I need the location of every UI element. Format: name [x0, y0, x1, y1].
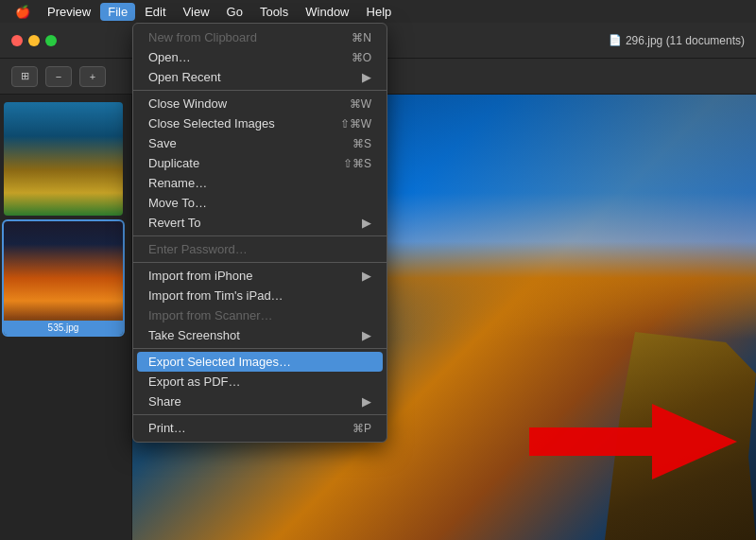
menu-export-selected-images-label: Export Selected Images… — [148, 355, 291, 369]
view-toggle-icon: ⊞ — [21, 70, 29, 82]
maximize-button[interactable] — [45, 35, 57, 46]
menu-close-selected-images-shortcut: ⇧⌘W — [340, 117, 371, 131]
menu-duplicate-label: Duplicate — [148, 156, 199, 170]
minimize-button[interactable] — [28, 35, 40, 46]
separator-1 — [133, 90, 387, 91]
close-button[interactable] — [11, 35, 23, 46]
thumbnail-image-storm — [4, 221, 123, 335]
menubar-preview[interactable]: Preview — [40, 3, 98, 21]
sidebar: 535.jpg — [0, 95, 132, 540]
menu-save-label: Save — [148, 136, 177, 150]
menu-duplicate[interactable]: Duplicate ⇧⌘S — [133, 153, 387, 173]
menu-print-label: Print… — [148, 421, 186, 435]
menu-open-label: Open… — [148, 50, 191, 64]
zoom-in-button[interactable]: + — [79, 66, 106, 87]
zoom-out-button[interactable]: − — [45, 66, 72, 87]
revert-to-arrow-icon: ▶ — [362, 216, 371, 230]
thumbnail-1[interactable] — [4, 102, 123, 216]
menu-close-window[interactable]: Close Window ⌘W — [133, 94, 387, 113]
menubar-go[interactable]: Go — [219, 3, 250, 21]
menu-share-label: Share — [148, 394, 181, 409]
menu-take-screenshot-label: Take Screenshot — [148, 328, 240, 342]
menu-revert-to-label: Revert To — [148, 216, 200, 230]
thumbnail-image-mountain — [4, 102, 123, 216]
title-text: 296.jpg (11 documents) — [626, 34, 745, 47]
file-dropdown-menu: New from Clipboard ⌘N Open… ⌘O Open Rece… — [132, 23, 387, 443]
thumbnail-2[interactable]: 535.jpg — [4, 221, 123, 335]
separator-2 — [133, 235, 387, 236]
red-arrow — [529, 404, 737, 483]
menu-close-selected-images-label: Close Selected Images — [148, 116, 275, 131]
svg-marker-0 — [529, 404, 737, 479]
menu-open-shortcut: ⌘O — [352, 51, 371, 64]
menu-take-screenshot[interactable]: Take Screenshot ▶ — [133, 325, 387, 345]
view-toggle-button[interactable]: ⊞ — [11, 66, 38, 87]
menu-export-selected-images[interactable]: Export Selected Images… — [137, 352, 383, 372]
menubar-edit[interactable]: Edit — [137, 3, 173, 21]
menubar-view[interactable]: View — [176, 3, 217, 21]
open-recent-arrow-icon: ▶ — [362, 70, 371, 84]
menu-close-window-shortcut: ⌘W — [350, 97, 371, 111]
menu-enter-password[interactable]: Enter Password… — [133, 239, 387, 259]
menu-duplicate-shortcut: ⇧⌘S — [343, 157, 371, 170]
separator-3 — [133, 262, 387, 263]
menu-revert-to[interactable]: Revert To ▶ — [133, 213, 387, 233]
menu-import-scanner-label: Import from Scanner… — [148, 308, 273, 322]
menu-save[interactable]: Save ⌘S — [133, 133, 387, 153]
menu-import-ipad[interactable]: Import from Tim's iPad… — [133, 286, 387, 305]
menu-import-ipad-label: Import from Tim's iPad… — [148, 288, 284, 303]
menu-new-from-clipboard-label: New from Clipboard — [148, 30, 257, 44]
menu-print-shortcut: ⌘P — [352, 422, 371, 435]
separator-5 — [133, 414, 387, 415]
menu-open-recent[interactable]: Open Recent ▶ — [133, 67, 387, 87]
menubar-help[interactable]: Help — [359, 3, 400, 21]
traffic-lights — [11, 35, 57, 46]
menu-rename[interactable]: Rename… — [133, 173, 387, 193]
menu-move-to[interactable]: Move To… — [133, 193, 387, 213]
menu-move-to-label: Move To… — [148, 196, 207, 210]
menubar-window[interactable]: Window — [298, 3, 356, 21]
menu-import-scanner[interactable]: Import from Scanner… — [133, 305, 387, 325]
menu-enter-password-label: Enter Password… — [148, 242, 248, 256]
apple-menu[interactable]: 🍎 — [8, 5, 38, 19]
menu-share[interactable]: Share ▶ — [133, 392, 387, 411]
menu-new-from-clipboard-shortcut: ⌘N — [352, 31, 371, 44]
menu-import-iphone-label: Import from iPhone — [148, 269, 253, 283]
menu-rename-label: Rename… — [148, 176, 207, 190]
zoom-out-icon: − — [56, 71, 61, 82]
take-screenshot-arrow-icon: ▶ — [362, 328, 371, 342]
menu-open-recent-label: Open Recent — [148, 70, 221, 84]
menu-close-selected-images[interactable]: Close Selected Images ⇧⌘W — [133, 113, 387, 133]
import-iphone-arrow-icon: ▶ — [362, 269, 371, 283]
menu-export-as-pdf-label: Export as PDF… — [148, 375, 241, 389]
menu-export-as-pdf[interactable]: Export as PDF… — [133, 372, 387, 392]
arrow-svg — [529, 404, 737, 479]
menubar: 🍎 Preview File Edit View Go Tools Window… — [0, 0, 756, 23]
menu-print[interactable]: Print… ⌘P — [133, 418, 387, 438]
menu-save-shortcut: ⌘S — [352, 137, 371, 150]
zoom-in-icon: + — [90, 71, 95, 82]
separator-4 — [133, 348, 387, 349]
document-icon: 📄 — [609, 34, 622, 46]
share-arrow-icon: ▶ — [362, 394, 371, 409]
menu-import-iphone[interactable]: Import from iPhone ▶ — [133, 266, 387, 286]
menubar-file[interactable]: File — [100, 3, 135, 21]
window-title: 📄 296.jpg (11 documents) — [609, 34, 745, 47]
menu-new-from-clipboard[interactable]: New from Clipboard ⌘N — [133, 27, 387, 47]
thumbnail-label: 535.jpg — [4, 321, 123, 335]
menubar-tools[interactable]: Tools — [252, 3, 296, 21]
menu-close-window-label: Close Window — [148, 96, 227, 111]
menu-open[interactable]: Open… ⌘O — [133, 47, 387, 67]
